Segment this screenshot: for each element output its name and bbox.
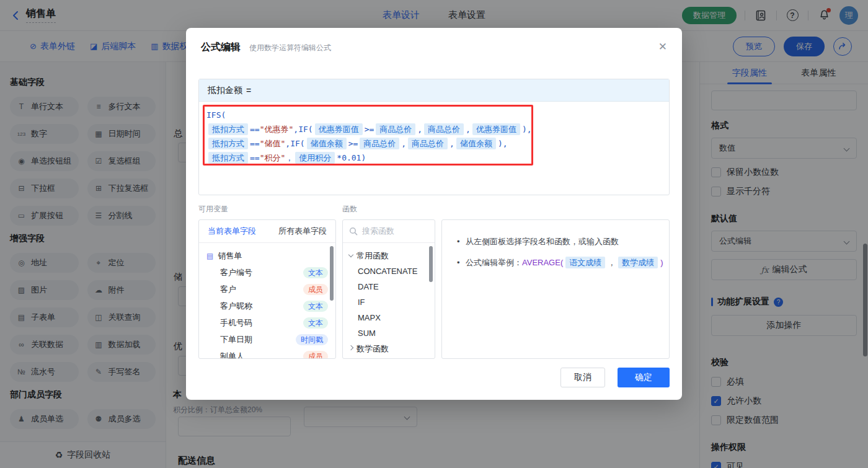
variables-list: ▤ 销售单 客户编号文本客户成员客户昵称文本手机号码文本下单日期时间戳制单人成员 bbox=[199, 243, 335, 359]
formula-operator: >= bbox=[348, 139, 358, 148]
formula-line: 抵扣方式=="优惠券",IF(优惠券面值>=商品总价,商品总价,优惠券面值), bbox=[206, 122, 662, 136]
formula-tips-panel: 从左侧面板选择字段名和函数，或输入函数 公式编辑举例：AVERAGE(语文成绩，… bbox=[441, 219, 670, 359]
formula-operator: ), bbox=[522, 125, 532, 134]
function-group-common-functions[interactable]: 常用函数 bbox=[343, 248, 435, 263]
search-placeholder: 搜索函数 bbox=[362, 226, 394, 237]
function-concatenate[interactable]: CONCATENATE bbox=[343, 263, 435, 279]
variables-scrollbar[interactable] bbox=[330, 246, 334, 301]
formula-operator: >= bbox=[365, 125, 374, 134]
formula-operator: ,IF( bbox=[285, 139, 304, 148]
formula-string: "积分" bbox=[260, 153, 286, 162]
function-group-text-functions[interactable]: 文本函数 bbox=[343, 356, 435, 359]
function-date[interactable]: DATE bbox=[343, 279, 435, 294]
formula-field-pill[interactable]: 优惠券面值 bbox=[472, 123, 520, 135]
formula-field-pill[interactable]: 使用积分 bbox=[295, 152, 335, 164]
formula-operator: , bbox=[466, 125, 471, 134]
formula-editor: 抵扣金额 = IFS(抵扣方式=="优惠券",IF(优惠券面值>=商品总价,商品… bbox=[198, 79, 670, 195]
field-type-badge: 成员 bbox=[303, 284, 328, 295]
formula-operator: ， bbox=[285, 153, 293, 162]
equals-sign: = bbox=[246, 86, 251, 95]
form-doc-icon: ▤ bbox=[206, 252, 213, 260]
field-type-badge: 时间戳 bbox=[296, 334, 328, 345]
formula-editor-modal: 公式编辑 使用数学运算符编辑公式 ✕ 抵扣金额 = IFS(抵扣方式=="优惠券… bbox=[186, 28, 682, 400]
app-window: 销售单 表单设计表单设置 数据管理 ? 理 ⊘表单外链◪后端脚本▥数据权 预览 … bbox=[0, 0, 868, 468]
formula-field-pill[interactable]: 储值余额 bbox=[456, 138, 496, 149]
variables-label: 可用变量 bbox=[198, 204, 342, 214]
variable-creator[interactable]: 制单人成员 bbox=[199, 348, 335, 359]
formula-field-pill[interactable]: 抵扣方式 bbox=[208, 123, 248, 135]
variable-phone-number[interactable]: 手机号码文本 bbox=[199, 314, 335, 331]
formula-field-pill[interactable]: 抵扣方式 bbox=[208, 152, 248, 164]
search-icon bbox=[349, 227, 358, 236]
modal-subtitle: 使用数学运算符编辑公式 bbox=[249, 43, 331, 53]
functions-panel: 搜索函数 常用函数CONCATENATEDATEIFMAPXSUM数学函数文本函… bbox=[342, 219, 435, 359]
field-type-badge: 文本 bbox=[303, 267, 328, 278]
example-field-pill: 语文成绩 bbox=[565, 257, 605, 268]
tab-current-form-fields[interactable]: 当前表单字段 bbox=[208, 226, 256, 237]
variable-label: 客户编号 bbox=[220, 267, 252, 278]
target-field-name: 抵扣金额 bbox=[208, 85, 242, 96]
formula-operator: ,IF( bbox=[293, 125, 312, 134]
confirm-button[interactable]: 确定 bbox=[618, 368, 670, 387]
formula-string: "优惠券" bbox=[260, 125, 294, 134]
functions-label: 函数 bbox=[342, 204, 441, 214]
function-if[interactable]: IF bbox=[343, 294, 435, 310]
field-type-badge: 文本 bbox=[303, 301, 328, 312]
formula-line: 抵扣方式=="积分"，使用积分*0.01) bbox=[206, 151, 662, 165]
tab-all-form-fields[interactable]: 所有表单字段 bbox=[278, 226, 327, 237]
formula-input-area[interactable]: IFS(抵扣方式=="优惠券",IF(优惠券面值>=商品总价,商品总价,优惠券面… bbox=[199, 102, 669, 195]
formula-operator: , bbox=[417, 125, 422, 134]
functions-scrollbar[interactable] bbox=[429, 246, 433, 282]
formula-operator: == bbox=[250, 153, 260, 162]
variable-label: 客户昵称 bbox=[220, 301, 252, 312]
variable-label: 制单人 bbox=[220, 351, 244, 360]
field-type-badge: 成员 bbox=[303, 351, 328, 360]
variable-label: 手机号码 bbox=[220, 317, 252, 329]
function-group-label: 数学函数 bbox=[356, 343, 389, 355]
formula-line: 抵扣方式=="储值",IF(储值余额>=商品总价,商品总价,储值余额), bbox=[206, 136, 662, 151]
function-mapx[interactable]: MAPX bbox=[343, 310, 435, 325]
formula-operator: == bbox=[250, 125, 260, 134]
formula-line: IFS( bbox=[206, 108, 662, 122]
formula-field-pill[interactable]: 商品总价 bbox=[360, 138, 399, 149]
formula-string: "储值" bbox=[260, 139, 286, 148]
function-group-math-functions[interactable]: 数学函数 bbox=[343, 341, 435, 356]
variable-order-date[interactable]: 下单日期时间戳 bbox=[199, 331, 335, 348]
formula-field-pill[interactable]: 商品总价 bbox=[376, 123, 415, 135]
close-icon[interactable]: ✕ bbox=[658, 40, 667, 53]
variable-customer-nickname[interactable]: 客户昵称文本 bbox=[199, 298, 335, 314]
formula-operator: IFS( bbox=[206, 110, 226, 120]
variables-tabs: 当前表单字段所有表单字段 bbox=[199, 220, 335, 243]
formula-field-pill[interactable]: 抵扣方式 bbox=[208, 138, 248, 149]
form-node[interactable]: ▤ 销售单 bbox=[199, 247, 335, 264]
field-type-badge: 文本 bbox=[303, 317, 328, 329]
function-group-label: 文本函数 bbox=[356, 359, 389, 360]
formula-target-bar: 抵扣金额 = bbox=[199, 79, 669, 102]
function-group-label: 常用函数 bbox=[356, 250, 389, 262]
formula-field-pill[interactable]: 商品总价 bbox=[408, 138, 448, 149]
function-sum[interactable]: SUM bbox=[343, 325, 435, 341]
cancel-button[interactable]: 取消 bbox=[560, 368, 605, 387]
formula-operator: ), bbox=[498, 139, 508, 148]
formula-operator: *0.01) bbox=[337, 153, 366, 162]
modal-title: 公式编辑 bbox=[201, 41, 241, 54]
chevron-right-icon bbox=[348, 345, 353, 350]
variable-customer-no[interactable]: 客户编号文本 bbox=[199, 264, 335, 281]
variable-customer[interactable]: 客户成员 bbox=[199, 281, 335, 298]
formula-operator: , bbox=[401, 139, 406, 148]
example-field-pill: 数学成绩 bbox=[618, 257, 658, 268]
tip-example-line: 公式编辑举例：AVERAGE(语文成绩，数学成绩) bbox=[457, 252, 669, 273]
variable-label: 客户 bbox=[220, 284, 236, 295]
tip-line: 从左侧面板选择字段名和函数，或输入函数 bbox=[457, 231, 669, 252]
chevron-down-icon bbox=[348, 252, 353, 257]
function-search-input[interactable]: 搜索函数 bbox=[343, 220, 435, 243]
formula-field-pill[interactable]: 商品总价 bbox=[424, 123, 464, 135]
formula-operator: == bbox=[250, 139, 260, 148]
variables-panel: 当前表单字段所有表单字段 ▤ 销售单 客户编号文本客户成员客户昵称文本手机号码文… bbox=[198, 219, 336, 359]
formula-operator: , bbox=[450, 139, 454, 148]
formula-field-pill[interactable]: 优惠券面值 bbox=[315, 123, 363, 135]
variable-label: 下单日期 bbox=[220, 334, 252, 345]
formula-field-pill[interactable]: 储值余额 bbox=[307, 138, 347, 149]
